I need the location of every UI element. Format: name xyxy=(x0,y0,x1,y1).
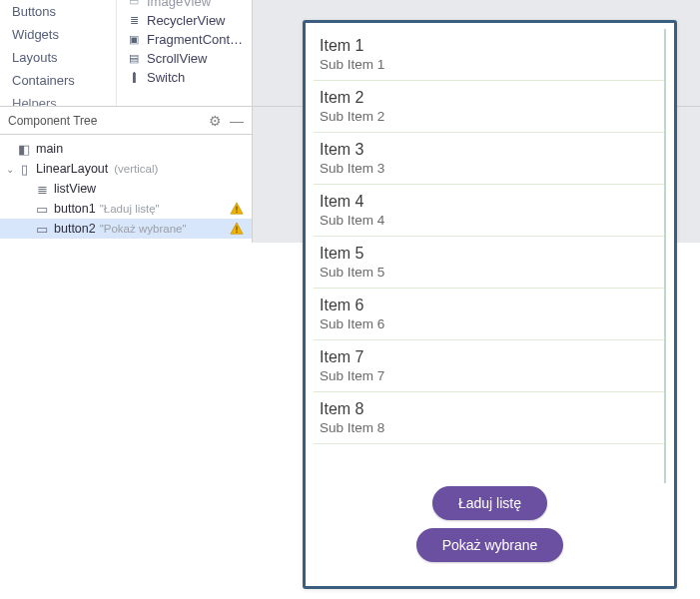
listview-icon: ≣ xyxy=(34,182,50,197)
list-item-title: Item 2 xyxy=(320,89,658,107)
palette-category-containers[interactable]: Containers xyxy=(0,69,116,92)
tree-node-hint: (vertical) xyxy=(114,163,158,175)
palette-category-widgets[interactable]: Widgets xyxy=(0,23,116,46)
list-item-sub: Sub Item 8 xyxy=(320,420,658,435)
palette-item-imageview[interactable]: ▭ ImageView xyxy=(123,0,252,11)
list-item-sub: Sub Item 4 xyxy=(320,213,658,228)
button-icon: ▭ xyxy=(34,202,50,217)
scrollview-icon: ▤ xyxy=(127,52,141,66)
svg-rect-1 xyxy=(236,212,237,213)
warning-icon[interactable] xyxy=(230,202,244,216)
list-item-title: Item 3 xyxy=(320,141,658,159)
list-item-sub: Sub Item 2 xyxy=(320,109,658,124)
fragment-icon: ▣ xyxy=(127,33,141,47)
list-item[interactable]: Item 7 Sub Item 7 xyxy=(314,340,664,392)
list-item-title: Item 7 xyxy=(320,348,658,366)
gear-icon[interactable]: ⚙ xyxy=(209,114,222,128)
warning-icon[interactable] xyxy=(230,222,244,236)
tree-node-button1[interactable]: ▭ button1 "Ładuj listę" xyxy=(0,199,252,219)
palette-items: ▭ ImageView ≣ RecyclerView ▣ FragmentCon… xyxy=(117,0,252,106)
imageview-icon: ▭ xyxy=(127,0,141,9)
load-list-button[interactable]: Ładuj listę xyxy=(432,486,547,520)
list-item[interactable]: Item 6 Sub Item 6 xyxy=(314,289,664,340)
show-selected-button[interactable]: Pokaż wybrane xyxy=(416,528,564,562)
palette-category-layouts[interactable]: Layouts xyxy=(0,46,116,69)
palette-item-label: RecyclerView xyxy=(147,13,248,28)
list-item-title: Item 6 xyxy=(320,297,658,314)
palette-category-helpers[interactable]: Helpers xyxy=(0,92,116,106)
svg-rect-3 xyxy=(236,232,237,233)
device-preview: Item 1 Sub Item 1 Item 2 Sub Item 2 Item… xyxy=(303,20,677,589)
recyclerview-icon: ≣ xyxy=(127,14,141,28)
palette-category-buttons[interactable]: Buttons xyxy=(0,0,116,23)
list-item[interactable]: Item 1 Sub Item 1 xyxy=(314,29,664,81)
tree-node-text: "Pokaż wybrane" xyxy=(100,223,187,235)
button-icon: ▭ xyxy=(34,222,50,237)
list-item[interactable]: Item 2 Sub Item 2 xyxy=(314,81,664,133)
component-tree[interactable]: ◧ main ⌄ ▯ LinearLayout (vertical) ≣ lis… xyxy=(0,135,252,243)
palette-item-label: ImageView xyxy=(147,0,248,9)
tree-node-linearlayout[interactable]: ⌄ ▯ LinearLayout (vertical) xyxy=(0,159,252,179)
component-tree-header: Component Tree ⚙ — xyxy=(0,107,252,135)
palette-item-label: ScrollView xyxy=(147,51,248,66)
minimize-icon[interactable]: — xyxy=(230,114,244,128)
palette-item-scrollview[interactable]: ▤ ScrollView xyxy=(123,49,252,68)
linearlayout-icon: ▯ xyxy=(16,162,32,177)
svg-rect-2 xyxy=(236,226,237,230)
tree-node-text: "Ładuj listę" xyxy=(100,203,160,215)
tree-node-label: button2 xyxy=(54,222,96,236)
tree-node-button2[interactable]: ▭ button2 "Pokaż wybrane" xyxy=(0,219,252,239)
list-item-title: Item 1 xyxy=(320,37,658,55)
tree-node-label: listView xyxy=(54,182,96,196)
list-item[interactable]: Item 5 Sub Item 5 xyxy=(314,237,664,289)
palette-categories: Buttons Widgets Layouts Containers Helpe… xyxy=(0,0,117,106)
caret-down-icon[interactable]: ⌄ xyxy=(4,164,16,175)
list-item-sub: Sub Item 1 xyxy=(320,57,658,72)
list-item-title: Item 4 xyxy=(320,193,658,211)
list-item-sub: Sub Item 5 xyxy=(320,265,658,280)
palette-item-switch[interactable]: ⏽ Switch xyxy=(123,68,252,87)
list-item-sub: Sub Item 6 xyxy=(320,316,658,331)
tree-node-label: main xyxy=(36,142,63,156)
component-tree-title: Component Tree xyxy=(8,114,97,128)
list-item-sub: Sub Item 7 xyxy=(320,368,658,383)
switch-icon: ⏽ xyxy=(127,71,141,85)
layout-root-icon: ◧ xyxy=(16,142,32,157)
preview-listview[interactable]: Item 1 Sub Item 1 Item 2 Sub Item 2 Item… xyxy=(314,29,666,483)
palette-item-recyclerview[interactable]: ≣ RecyclerView xyxy=(123,11,252,30)
palette-item-fragmentcontainer[interactable]: ▣ FragmentContai… xyxy=(123,30,252,49)
svg-rect-0 xyxy=(236,206,237,210)
list-item[interactable]: Item 3 Sub Item 3 xyxy=(314,133,664,185)
list-item-title: Item 5 xyxy=(320,245,658,263)
preview-buttons: Ładuj listę Pokaż wybrane xyxy=(308,486,672,562)
list-item[interactable]: Item 4 Sub Item 4 xyxy=(314,185,664,237)
palette-item-label: FragmentContai… xyxy=(147,32,248,47)
tree-node-listview[interactable]: ≣ listView xyxy=(0,179,252,199)
palette-item-label: Switch xyxy=(147,70,248,85)
list-item-sub: Sub Item 3 xyxy=(320,161,658,176)
tree-node-label: LinearLayout xyxy=(36,162,108,176)
component-tree-panel: Component Tree ⚙ — ◧ main ⌄ ▯ LinearLayo… xyxy=(0,107,253,243)
tree-node-main[interactable]: ◧ main xyxy=(0,139,252,159)
tree-node-label: button1 xyxy=(54,202,96,216)
list-item[interactable]: Item 8 Sub Item 8 xyxy=(314,392,664,444)
list-item-title: Item 8 xyxy=(320,400,658,418)
